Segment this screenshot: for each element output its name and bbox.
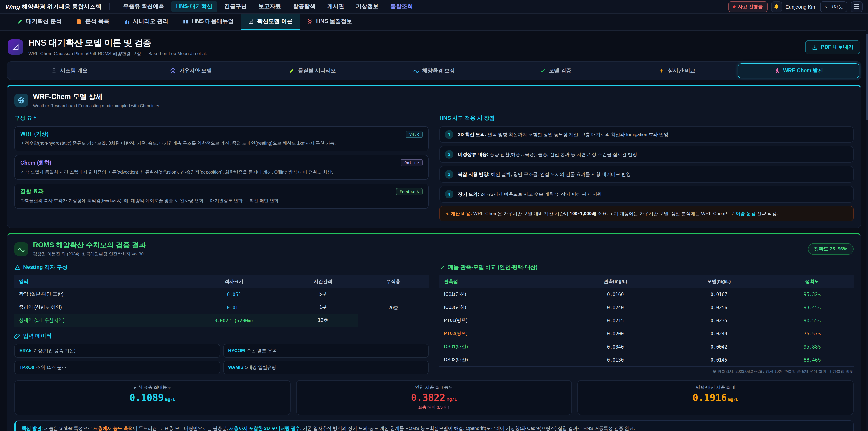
advantage-item: 1 3D 확산 모의: 연직 방향 확산까지 포함한 정밀 농도장 계산. 고층… <box>439 126 854 143</box>
wrf-section-title: WRF-Chem 모델 상세 <box>33 92 159 102</box>
notifications-button[interactable] <box>771 1 782 12</box>
subnav-item-icon <box>307 18 313 24</box>
accuracy-badge: 정확도 75~96% <box>808 243 854 255</box>
component-card[interactable]: 결합 효과 Feedback 화학물질의 복사 효과가 기상장에 되먹임(fee… <box>14 184 429 209</box>
phenol-modeled: 0.0042 <box>667 340 771 353</box>
nesting-col-dt: 시간간격 <box>288 276 358 288</box>
advantage-title: 장기 모의: <box>458 192 479 196</box>
phenol-table: 관측점 관측(mg/L) 모델(mg/L) 정확도 IC01(인천) <box>439 276 854 367</box>
metric-value: 0.1916 <box>692 393 727 403</box>
component-name: WRF (기상) <box>20 130 49 138</box>
subnav-item[interactable]: 분석 목록 <box>69 13 117 30</box>
page-header: HNS 대기확산 모델 이론 및 검증 WRF-Chem·Gaussian Pl… <box>7 34 861 61</box>
nesting-col-layers: 수직층 <box>358 276 429 288</box>
scrollbar-thumb[interactable] <box>866 34 868 120</box>
advantage-title: 비정상류 대응: <box>458 152 489 157</box>
page-subtitle: WRF-Chem·Gaussian Plume/Puff·ROMS·해양환경 보… <box>29 51 800 57</box>
subnav-item-icon <box>248 18 254 24</box>
incident-dot-icon <box>733 5 736 8</box>
metric-value: 0.1089 <box>129 393 164 403</box>
advantage-number: 4 <box>445 190 454 198</box>
component-name: Chem (화학) <box>20 159 51 166</box>
incident-status-badge[interactable]: 사고 진행중 <box>728 1 767 12</box>
component-card[interactable]: WRF (기상) v4.x 비정수압(non-hydrostatic) 중규모 … <box>14 126 429 151</box>
advantage-number: 1 <box>445 130 454 139</box>
section-tab[interactable]: 실시간 비교 <box>616 63 738 78</box>
section-tab[interactable]: 시스템 개요 <box>8 63 130 78</box>
pdf-export-button[interactable]: PDF 내보내기 <box>805 40 860 54</box>
sub-navbar: 대기확산 분석 분석 목록 시나리오 관리 HNS 대응매뉴얼 확산모델 이론 <box>0 13 868 31</box>
phenol-row: DS01(대산) 0.0040 0.0042 95.88% <box>439 340 854 353</box>
phenol-site: IC01(인천) <box>439 288 564 301</box>
advantages-column: HNS 사고 적용 시 장점 1 3D 확산 모의: 연직 방향 확산까지 포함… <box>439 113 854 222</box>
tab-icon <box>774 68 780 74</box>
main-menu-item[interactable]: 보고자료 <box>254 1 286 12</box>
subnav-item-icon <box>17 18 23 24</box>
download-icon <box>812 44 818 50</box>
logout-button[interactable]: 로그아웃 <box>820 1 847 12</box>
phenol-modeled: 0.0235 <box>667 314 771 327</box>
subnav-item[interactable]: 대기확산 분석 <box>10 13 69 30</box>
hamburger-icon <box>854 4 860 5</box>
phenol-site: DS03(대산) <box>439 353 564 367</box>
main-menu-item[interactable]: HNS·대기확산 <box>171 1 217 12</box>
phenol-site: DS01(대산) <box>439 340 564 353</box>
input-data-chip: WAMIS5대강 일별유량 <box>223 361 429 374</box>
section-tab[interactable]: WRF-Chem 발전 <box>738 63 860 78</box>
metric-box: 인천 표층 최대농도 0.1089mg/L <box>14 380 290 415</box>
top-navbar: Wing 해양환경 위기대응 통합시스템 유출유 확산예측 HNS·대기확산 긴… <box>0 0 868 13</box>
subnav-item[interactable]: 확산모델 이론 <box>241 13 300 30</box>
component-name: 결합 효과 <box>20 188 43 195</box>
page-scrollbar[interactable] <box>866 13 868 431</box>
phenol-site: PT02(평택) <box>439 327 564 340</box>
roms-section-subtitle: 김창경·이문진 외 (2024), 한국해양환경·안전학회지 Vol.30 <box>33 251 146 257</box>
tab-icon <box>413 68 419 74</box>
triangle-icon <box>14 265 20 271</box>
section-tab[interactable]: 가우시안 모델 <box>130 63 252 78</box>
main-menu-item[interactable]: 기상정보 <box>351 1 383 12</box>
roms-section: ROMS 해양확산 수치모의 검증 결과 김창경·이문진 외 (2024), 한… <box>7 233 861 431</box>
main-menu-item[interactable]: 긴급구난 <box>219 1 252 12</box>
main-menu-item[interactable]: 통합조회 <box>385 1 418 12</box>
tab-icon <box>289 68 295 74</box>
phenol-row: PT01(평택) 0.0215 0.0235 90.55% <box>439 314 854 327</box>
main-menu-item[interactable]: 항공탐색 <box>288 1 320 12</box>
component-card[interactable]: Chem (화학) Online 기상 모델과 동일한 시간 스텝에서 화학종의… <box>14 155 429 180</box>
input-source: WAMIS <box>228 365 243 370</box>
section-tab[interactable]: 해양환경 보정 <box>373 63 495 78</box>
main-menu: 유출유 확산예측 HNS·대기확산 긴급구난 보고자료 항공탐색 게시판 기상정… <box>118 1 725 12</box>
section-tab[interactable]: 물질별 시나리오 <box>252 63 373 78</box>
phenol-modeled: 0.0145 <box>667 353 771 367</box>
subnav-item[interactable]: HNS 대응매뉴얼 <box>176 13 241 30</box>
main-menu-item[interactable]: 게시판 <box>322 1 349 12</box>
phenol-table-note: ※ 관측일시: 2023.06.27~28 / 전체 10개 관측점 중 6개 … <box>439 370 854 375</box>
input-data-chip: ERA5기상(기압·풍속·기온) <box>14 344 220 358</box>
main-menu-item[interactable]: 유출유 확산예측 <box>118 1 169 12</box>
section-tab[interactable]: 모델 검증 <box>495 63 616 78</box>
input-source: TPXO9 <box>20 365 34 370</box>
nesting-col-region: 영역 <box>14 276 180 288</box>
brand[interactable]: Wing 해양환경 위기대응 통합시스템 <box>5 2 101 11</box>
brand-title: 해양환경 위기대응 통합시스템 <box>22 2 101 11</box>
metric-label: 평택·대산 저층 최대 <box>583 385 848 391</box>
phenol-modeled: 0.0167 <box>667 288 771 301</box>
tab-icon <box>51 68 57 74</box>
phenol-accuracy: 88.46% <box>771 353 854 367</box>
hamburger-menu-button[interactable] <box>851 1 863 12</box>
phenol-heading: 페놀 관측-모델 비교 (인천·평택·대산) <box>439 264 854 271</box>
roms-section-title: ROMS 해양확산 수치모의 검증 결과 <box>33 241 146 250</box>
main-content: HNS 대기확산 모델 이론 및 검증 WRF-Chem·Gaussian Pl… <box>0 31 868 431</box>
subnav-item[interactable]: HNS 물질정보 <box>300 13 360 30</box>
advantage-item: 2 비정상류 대응: 풍향 전환(해풍↔육풍), 돌풍, 전선 통과 등 시변 … <box>439 146 854 163</box>
subnav-item[interactable]: 시나리오 관리 <box>117 13 176 30</box>
phenol-observed: 0.0240 <box>564 301 667 314</box>
triangle-ruler-icon <box>11 43 19 51</box>
phenol-row: IC03(인천) 0.0240 0.0256 93.45% <box>439 301 854 314</box>
tab-icon <box>540 68 546 74</box>
phenol-accuracy: 90.55% <box>771 314 854 327</box>
metric-unit: mg/L <box>165 397 176 402</box>
phenol-row: DS03(대산) 0.0130 0.0145 88.46% <box>439 353 854 367</box>
subnav-item-icon <box>183 18 189 24</box>
subnav-item-icon <box>76 18 82 24</box>
advantage-title: 복잡 지형 반영: <box>458 172 490 177</box>
